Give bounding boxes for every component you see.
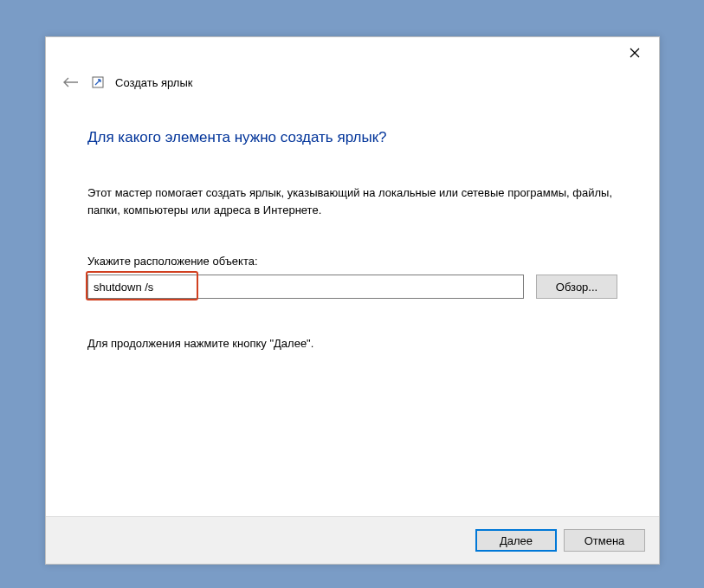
titlebar bbox=[46, 37, 659, 68]
dialog-content: Для какого элемента нужно создать ярлык?… bbox=[46, 103, 659, 516]
dialog-heading: Для какого элемента нужно создать ярлык? bbox=[87, 129, 617, 146]
continue-text: Для продолжения нажмите кнопку "Далее". bbox=[87, 337, 617, 350]
cancel-button[interactable]: Отмена bbox=[564, 529, 645, 552]
create-shortcut-dialog: Создать ярлык Для какого элемента нужно … bbox=[45, 36, 660, 565]
back-button[interactable] bbox=[63, 76, 79, 88]
wizard-title: Создать ярлык bbox=[115, 76, 192, 89]
shortcut-icon bbox=[91, 75, 105, 89]
location-input[interactable] bbox=[87, 275, 524, 299]
location-label: Укажите расположение объекта: bbox=[87, 255, 617, 268]
browse-button[interactable]: Обзор... bbox=[536, 275, 617, 299]
back-arrow-icon bbox=[63, 76, 79, 88]
next-button[interactable]: Далее bbox=[475, 529, 557, 552]
header-row: Создать ярлык bbox=[46, 68, 659, 103]
close-button[interactable] bbox=[621, 42, 649, 64]
dialog-footer: Далее Отмена bbox=[46, 516, 659, 564]
close-icon bbox=[630, 48, 640, 58]
dialog-description: Этот мастер помогает создать ярлык, указ… bbox=[87, 184, 617, 218]
input-row: Обзор... bbox=[87, 275, 617, 299]
